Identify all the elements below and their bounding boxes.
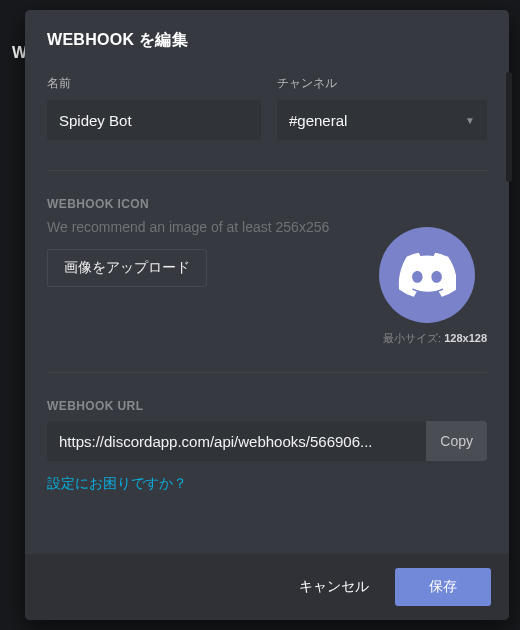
webhook-avatar[interactable] xyxy=(379,227,475,323)
name-channel-row: 名前 チャンネル #general ▼ xyxy=(47,75,487,140)
copy-url-button[interactable]: Copy xyxy=(426,421,487,461)
icon-section-heading: WEBHOOK ICON xyxy=(47,197,487,211)
webhook-url-row: Copy xyxy=(47,421,487,461)
edit-webhook-modal: WEBHOOK を編集 名前 チャンネル #general ▼ WEBHOOK … xyxy=(25,10,509,620)
icon-row: 画像をアップロード 最小サイズ: 128x128 xyxy=(47,249,487,346)
help-link[interactable]: 設定にお困りですか？ xyxy=(47,475,187,493)
channel-label: チャンネル xyxy=(277,75,487,92)
save-button[interactable]: 保存 xyxy=(395,568,491,606)
min-size-prefix: 最小サイズ: xyxy=(383,332,444,344)
channel-field: チャンネル #general ▼ xyxy=(277,75,487,140)
name-field: 名前 xyxy=(47,75,261,140)
url-section-heading: WEBHOOK URL xyxy=(47,399,487,413)
webhook-name-input[interactable] xyxy=(47,100,261,140)
upload-image-button[interactable]: 画像をアップロード xyxy=(47,249,207,287)
channel-select[interactable]: #general ▼ xyxy=(277,100,487,140)
min-size-note: 最小サイズ: 128x128 xyxy=(367,331,487,346)
modal-footer: キャンセル 保存 xyxy=(25,554,509,620)
avatar-preview-wrap: 最小サイズ: 128x128 xyxy=(367,227,487,346)
modal-body: WEBHOOK を編集 名前 チャンネル #general ▼ WEBHOOK … xyxy=(25,10,509,554)
channel-selected-value: #general xyxy=(289,112,347,129)
name-label: 名前 xyxy=(47,75,261,92)
chevron-down-icon: ▼ xyxy=(465,115,475,126)
cancel-button[interactable]: キャンセル xyxy=(287,568,381,606)
scrollbar-thumb[interactable] xyxy=(506,72,512,182)
webhook-url-input[interactable] xyxy=(47,421,426,461)
divider xyxy=(47,372,487,373)
modal-title: WEBHOOK を編集 xyxy=(47,30,487,51)
discord-logo-icon xyxy=(398,246,456,304)
scrollbar-track[interactable] xyxy=(506,12,512,618)
min-size-value: 128x128 xyxy=(444,332,487,344)
divider xyxy=(47,170,487,171)
